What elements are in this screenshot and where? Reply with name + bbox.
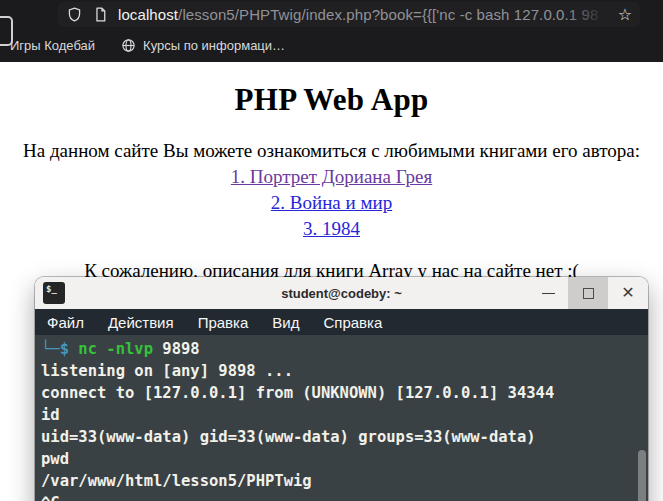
book-link-war-and-peace[interactable]: 2. Война и мир — [0, 190, 663, 216]
menu-help[interactable]: Справка — [323, 314, 382, 331]
url-host: localhost — [118, 6, 178, 23]
terminal-output-line: /var/www/html/lesson5/PHPTwig — [41, 470, 648, 492]
shell-command-arg: 9898 — [153, 340, 200, 358]
menu-edit[interactable]: Правка — [198, 314, 249, 331]
book-link-dorian-gray[interactable]: 1. Портрет Дориана Грея — [0, 164, 663, 190]
maximize-icon — [583, 288, 594, 299]
url-text[interactable]: localhost/lesson5/PHPTwig/index.php?book… — [118, 5, 612, 25]
globe-icon — [121, 38, 136, 53]
terminal-output-line: uid=33(www-data) gid=33(www-data) groups… — [41, 426, 648, 448]
minimize-icon — [542, 293, 555, 294]
terminal-window-controls: ✕ — [528, 277, 648, 309]
intro-text: На данном сайте Вы можете ознакомиться с… — [0, 140, 663, 162]
minimize-button[interactable] — [528, 277, 568, 309]
browser-toolbar: localhost/lesson5/PHPTwig/index.php?book… — [0, 0, 663, 28]
shell-command: nc -nlvp — [78, 340, 153, 358]
terminal-scrollbar-thumb[interactable] — [638, 450, 646, 501]
close-button[interactable]: ✕ — [608, 277, 648, 309]
terminal-output-line: connect to [127.0.0.1] from (UNKNOWN) [1… — [41, 382, 648, 404]
terminal-app-icon: $_ — [43, 282, 65, 304]
bookmarks-bar: Игры Кодебай Курсы по информаци… — [0, 28, 663, 62]
menu-view[interactable]: Вид — [272, 314, 299, 331]
terminal-output-line: id — [41, 404, 648, 426]
url-path: /lesson5/PHPTwig/index.php?book={{['nc -… — [178, 6, 598, 23]
bookmark-item-codeby-games[interactable]: Игры Кодебай — [10, 38, 95, 53]
browser-chrome: localhost/lesson5/PHPTwig/index.php?book… — [0, 0, 663, 62]
bookmark-label: Курсы по информаци… — [143, 38, 285, 53]
bookmark-star-icon[interactable]: ☆ — [618, 7, 632, 23]
bookmark-label: Игры Кодебай — [10, 38, 95, 53]
menu-file[interactable]: Файл — [47, 314, 84, 331]
shield-icon[interactable] — [66, 6, 83, 23]
terminal-window[interactable]: $_ student@codeby: ~ ✕ Файл Действия Пра… — [35, 277, 648, 501]
menu-actions[interactable]: Действия — [108, 314, 174, 331]
page-icon[interactable] — [92, 6, 109, 23]
book-link-list: 1. Портрет Дориана Грея 2. Война и мир 3… — [0, 164, 663, 243]
close-icon: ✕ — [621, 285, 634, 301]
shell-prompt: └─$ — [41, 340, 78, 358]
terminal-output-area[interactable]: └─$ nc -nlvp 9898 listening on [any] 989… — [35, 335, 648, 501]
terminal-titlebar[interactable]: $_ student@codeby: ~ ✕ — [35, 277, 648, 309]
terminal-output-line: ^C — [41, 492, 648, 501]
terminal-output-line: pwd — [41, 448, 648, 470]
page-title: PHP Web App — [0, 82, 663, 118]
maximize-button[interactable] — [568, 277, 608, 309]
book-link-1984[interactable]: 3. 1984 — [0, 216, 663, 242]
url-bar[interactable]: localhost/lesson5/PHPTwig/index.php?book… — [58, 2, 640, 27]
terminal-menubar: Файл Действия Правка Вид Справка — [35, 309, 648, 335]
terminal-output-line: listening on [any] 9898 ... — [41, 360, 648, 382]
bookmark-item-courses[interactable]: Курсы по информаци… — [121, 38, 285, 53]
terminal-prompt-line: └─$ nc -nlvp 9898 — [41, 338, 648, 360]
